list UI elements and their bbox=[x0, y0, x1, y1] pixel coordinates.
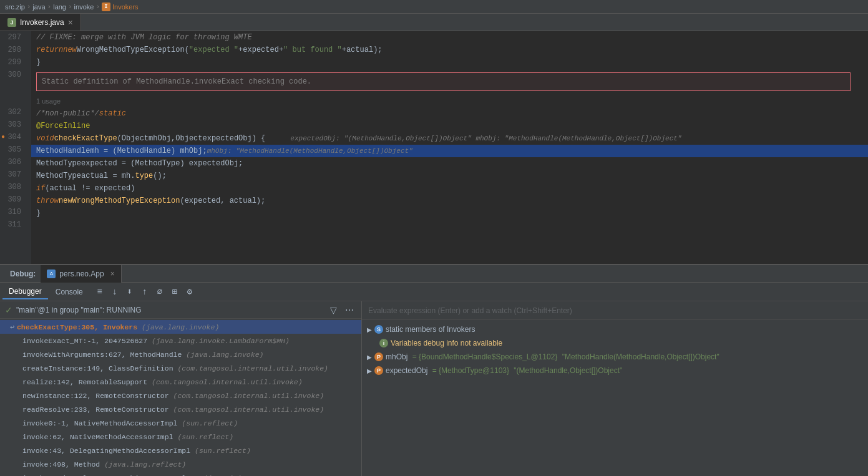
var-item[interactable]: i Variables debug info not available bbox=[362, 336, 868, 350]
debug-tabs: Debugger Console bbox=[2, 284, 89, 299]
code-line-305: MethodHandle mh = ( MethodHandle ) mhObj… bbox=[31, 145, 868, 157]
red-box-annotation: Static definition of MethodHandle.invoke… bbox=[36, 72, 851, 91]
code-line-302: /*non-public*/ static bbox=[31, 107, 868, 120]
stack-item[interactable]: newInstance:122, RemoteConstructor (com.… bbox=[0, 389, 361, 402]
debug-toolbar: Debugger Console ≡ ↓ ⬇ ↑ ⌀ ⊞ ⚙ bbox=[0, 283, 868, 301]
stack-item[interactable]: invoke:62, NativeMethodAccessorImpl (sun… bbox=[0, 430, 361, 444]
breadcrumb-src[interactable]: src.zip bbox=[5, 3, 25, 11]
vars-list[interactable]: ▶ S static members of Invokers i Variabl… bbox=[362, 320, 868, 476]
code-line-300: Static definition of MethodHandle.invoke… bbox=[31, 69, 868, 95]
app-tab-close[interactable]: × bbox=[110, 270, 115, 278]
stack-item[interactable]: ↩checkExactType:305, Invokers (java.lang… bbox=[0, 320, 361, 334]
stack-item[interactable]: invoke:43, DelegatingMethodAccessorImpl … bbox=[0, 444, 361, 457]
tab-close-button[interactable]: × bbox=[68, 17, 73, 27]
code-line-308: if (actual != expected) bbox=[31, 182, 868, 195]
usage-line: 1 usage bbox=[31, 95, 868, 107]
stack-item[interactable]: invokeReadResolve:1274, ObjectStreamClas… bbox=[0, 471, 361, 476]
breadcrumb: src.zip › java › lang › invoke › I Invok… bbox=[0, 0, 868, 14]
stack-item[interactable]: invokeExact_MT:-1, 2047526627 (java.lang… bbox=[0, 334, 361, 347]
tab-label: Invokers.java bbox=[20, 18, 64, 27]
stack-item[interactable]: readResolve:233, RemoteConstructor (com.… bbox=[0, 402, 361, 416]
stack-item[interactable]: invoke:498, Method (java.lang.reflect) bbox=[0, 457, 361, 471]
app-tab-label: pers.neo.App bbox=[59, 270, 104, 278]
var-item[interactable]: ▶ S static members of Invokers bbox=[362, 323, 868, 336]
thread-status: "main"@1 in group "main": RUNNING bbox=[16, 306, 142, 314]
code-line-307: MethodType actual = mh. type (); bbox=[31, 170, 868, 182]
code-line-303: @ForceInline bbox=[31, 120, 868, 132]
checkmark-icon: ✓ bbox=[5, 305, 12, 315]
invokers-file-icon: I bbox=[102, 2, 110, 11]
debug-step-over-btn[interactable]: ↓ bbox=[108, 285, 122, 299]
vars-panel: Evaluate expression (Enter) or add a wat… bbox=[362, 301, 868, 476]
thread-header: ✓ "main"@1 in group "main": RUNNING ▽ ⋯ bbox=[0, 301, 361, 319]
debug-app-tab[interactable]: A pers.neo.App × bbox=[41, 265, 121, 283]
tab-console[interactable]: Console bbox=[49, 285, 89, 299]
code-line-299: } bbox=[31, 56, 868, 69]
debug-step-into-btn[interactable]: ⬇ bbox=[123, 285, 137, 299]
stack-item[interactable]: createInstance:149, ClassDefinition (com… bbox=[0, 361, 361, 375]
stack-item[interactable]: realize:142, RemotableSupport (com.tango… bbox=[0, 375, 361, 389]
stack-panel: ✓ "main"@1 in group "main": RUNNING ▽ ⋯ … bbox=[0, 301, 362, 476]
eval-placeholder: Evaluate expression (Enter) or add a wat… bbox=[368, 306, 572, 315]
line-numbers: 297 298 299 300 302 303 ● 304 305 306 30… bbox=[0, 31, 31, 264]
tab-bar: J Invokers.java × bbox=[0, 14, 868, 31]
thread-settings-btn[interactable]: ⋯ bbox=[343, 303, 356, 317]
code-line-304: void checkExactType ( Object mhObj, Obje… bbox=[31, 132, 868, 145]
debug-tab-bar: Debug: A pers.neo.App × bbox=[0, 265, 868, 283]
eval-bar: Evaluate expression (Enter) or add a wat… bbox=[362, 301, 868, 320]
breadcrumb-current: Invokers bbox=[112, 3, 139, 11]
debug-label: Debug: bbox=[5, 270, 41, 278]
filter-thread-btn[interactable]: ▽ bbox=[326, 303, 340, 317]
code-content[interactable]: // FIXME: merge with JVM logic for throw… bbox=[31, 31, 868, 264]
breadcrumb-invoke[interactable]: invoke bbox=[74, 3, 94, 11]
stack-item[interactable]: invokeWithArguments:627, MethodHandle (j… bbox=[0, 347, 361, 361]
code-line-310: } bbox=[31, 207, 868, 220]
code-line-306: MethodType expected = ( MethodType ) exp… bbox=[31, 157, 868, 170]
code-line-298: return new WrongMethodTypeException( "ex… bbox=[31, 44, 868, 56]
code-line-311 bbox=[31, 220, 868, 232]
breadcrumb-invokers: I Invokers bbox=[102, 2, 139, 11]
var-item[interactable]: ▶ P expectedObj = {MethodType@1103} "(Me… bbox=[362, 364, 868, 377]
debug-step-out-btn[interactable]: ↑ bbox=[138, 285, 152, 299]
tab-debugger[interactable]: Debugger bbox=[2, 284, 48, 299]
breadcrumb-java[interactable]: java bbox=[32, 3, 45, 11]
gutter-debug-icon: ● bbox=[1, 131, 5, 143]
var-item[interactable]: ▶ P mhObj = {BoundMethodHandle$Species_L… bbox=[362, 350, 868, 364]
tab-invokers-java[interactable]: J Invokers.java × bbox=[0, 14, 81, 31]
editor-area: 297 298 299 300 302 303 ● 304 305 306 30… bbox=[0, 31, 868, 264]
code-line-309: throw newWrongMethodTypeException (expec… bbox=[31, 195, 868, 207]
code-line-297: // FIXME: merge with JVM logic for throw… bbox=[31, 31, 868, 44]
debug-settings-btn[interactable]: ⚙ bbox=[183, 285, 197, 299]
debug-run-cursor-btn[interactable]: ⌀ bbox=[153, 285, 167, 299]
stack-list[interactable]: ↩checkExactType:305, Invokers (java.lang… bbox=[0, 319, 361, 476]
debug-panel: Debug: A pers.neo.App × Debugger Console… bbox=[0, 264, 868, 476]
app-icon: A bbox=[47, 270, 56, 278]
stack-item[interactable]: invoke0:-1, NativeMethodAccessorImpl (su… bbox=[0, 416, 361, 430]
debug-restore-btn[interactable]: ≡ bbox=[93, 285, 107, 299]
java-file-icon: J bbox=[7, 18, 16, 27]
debug-content: ✓ "main"@1 in group "main": RUNNING ▽ ⋯ … bbox=[0, 301, 868, 476]
debug-frames-btn[interactable]: ⊞ bbox=[168, 285, 182, 299]
breadcrumb-lang[interactable]: lang bbox=[53, 3, 66, 11]
